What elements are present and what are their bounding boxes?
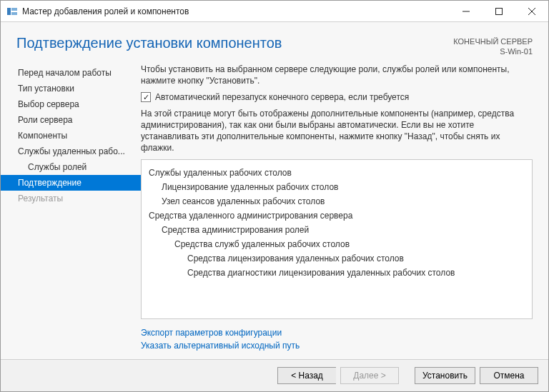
auto-restart-checkbox[interactable]: ✓ [141,92,151,102]
sidebar-item-features[interactable]: Компоненты [1,128,141,144]
maximize-button[interactable] [483,1,515,22]
server-name: S-Win-01 [453,46,533,56]
minimize-button[interactable] [450,1,483,22]
intro-text: Чтобы установить на выбранном сервере сл… [141,64,533,86]
wizard-window: Мастер добавления ролей и компонентов По… [0,0,549,392]
main-panel: Чтобы установить на выбранном сервере сл… [141,64,533,355]
server-label: КОНЕЧНЫЙ СЕРВЕР [453,36,533,46]
body-row: Перед началом работы Тип установки Выбор… [1,64,548,359]
list-item: Средства лицензирования удаленных рабочи… [149,251,525,266]
list-item: Средства администрирования ролей [149,223,525,237]
sidebar-item-role-services[interactable]: Службы ролей [1,159,141,175]
sidebar-item-confirmation[interactable]: Подтверждение [1,175,141,191]
back-button[interactable]: < Назад [277,367,336,384]
links-area: Экспорт параметров конфигурации Указать … [141,319,533,355]
page-title: Подтверждение установки компонентов [16,35,453,51]
svg-rect-1 [11,8,17,11]
sidebar-item-server-roles[interactable]: Роли сервера [1,112,141,128]
component-listing[interactable]: Службы удаленных рабочих столов Лицензир… [141,159,533,319]
auto-restart-row: ✓ Автоматический перезапуск конечного се… [141,92,533,102]
server-info: КОНЕЧНЫЙ СЕРВЕР S-Win-01 [453,36,533,56]
alt-source-link[interactable]: Указать альтернативный исходный путь [141,339,533,352]
svg-rect-2 [11,12,17,15]
close-button[interactable] [515,1,548,22]
list-item: Узел сеансов удаленных рабочих столов [149,194,525,208]
export-config-link[interactable]: Экспорт параметров конфигурации [141,326,533,339]
sidebar-item-install-type[interactable]: Тип установки [1,81,141,96]
app-icon [6,6,18,17]
install-button[interactable]: Установить [415,367,475,384]
content-area: Подтверждение установки компонентов КОНЕ… [1,22,548,391]
header-row: Подтверждение установки компонентов КОНЕ… [1,22,548,64]
svg-rect-0 [7,8,11,15]
list-item: Средства диагностики лицензирования удал… [149,266,525,280]
window-title: Мастер добавления ролей и компонентов [22,6,189,16]
list-item: Лицензирование удаленных рабочих столов [149,180,525,194]
list-item: Средства служб удаленных рабочих столов [149,237,525,251]
cancel-button[interactable]: Отмена [480,367,538,384]
next-button: Далее > [340,367,399,384]
auto-restart-label: Автоматический перезапуск конечного серв… [155,92,409,102]
sidebar-item-server-select[interactable]: Выбор сервера [1,96,141,112]
sidebar: Перед началом работы Тип установки Выбор… [1,64,141,355]
list-item: Средства удаленного администрирования се… [149,208,525,223]
sidebar-item-rds[interactable]: Службы удаленных рабо... [1,144,141,159]
sidebar-item-results: Результаты [1,191,141,206]
note-text: На этой странице могут быть отображены д… [141,108,533,154]
list-item: Службы удаленных рабочих столов [149,166,525,180]
titlebar: Мастер добавления ролей и компонентов [1,1,548,22]
button-row: < Назад Далее > Установить Отмена [1,359,548,391]
sidebar-item-before-begin[interactable]: Перед началом работы [1,65,141,81]
svg-rect-4 [496,8,503,14]
